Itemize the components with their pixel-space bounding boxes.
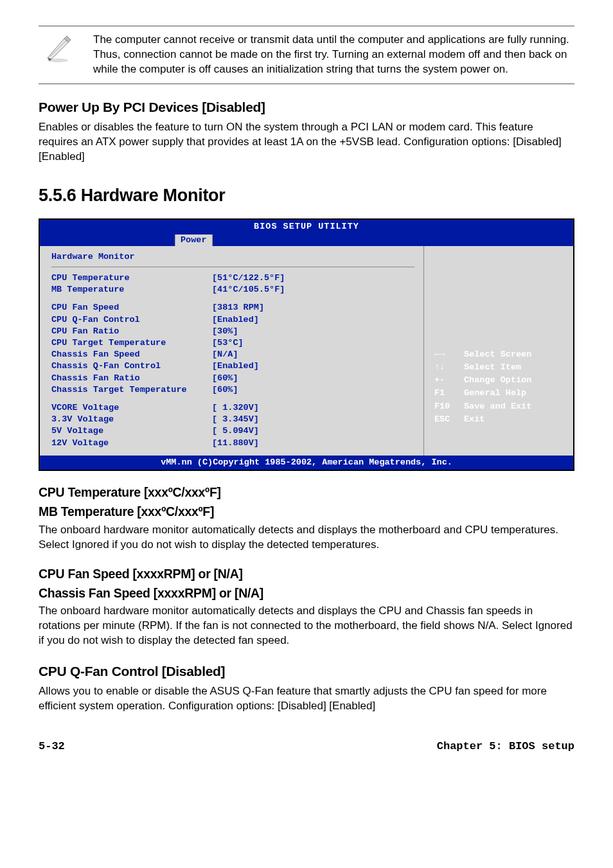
hint-text: Exit bbox=[463, 414, 533, 425]
bios-setting-row[interactable]: CPU Temperature [51°C/122.5°F] bbox=[51, 272, 414, 284]
bios-right-pane: ←→Select Screen ↑↓Select Item +-Change O… bbox=[424, 246, 573, 456]
bios-setting-value: [3813 RPM] bbox=[212, 302, 264, 314]
bios-setting-label: Chassis Q-Fan Control bbox=[51, 360, 212, 372]
bios-setting-label: CPU Target Temperature bbox=[51, 337, 212, 349]
body-powerup: Enables or disables the feature to turn … bbox=[39, 120, 574, 164]
bios-setting-label: VCORE Voltage bbox=[51, 402, 212, 414]
bios-setting-label: CPU Fan Ratio bbox=[51, 326, 212, 337]
bios-setting-value: [ 5.094V] bbox=[212, 425, 259, 437]
bios-setting-label: 12V Voltage bbox=[51, 438, 212, 449]
bios-setting-row[interactable]: Chassis Target Temperature[60%] bbox=[51, 384, 414, 396]
bios-tab-row: Power bbox=[40, 235, 573, 246]
bios-setting-label: MB Temperature bbox=[51, 284, 212, 296]
heading-chassis-fan-speed: Chassis Fan Speed [xxxxRPM] or [N/A] bbox=[39, 585, 574, 601]
heading-cpu-temp: CPU Temperature [xxxºC/xxxºF] bbox=[39, 484, 574, 500]
hint-text: Save and Exit bbox=[463, 401, 533, 412]
note-text: The computer cannot receive or transmit … bbox=[93, 33, 574, 77]
bios-setting-value: [51°C/122.5°F] bbox=[212, 272, 285, 284]
svg-line-4 bbox=[50, 40, 67, 57]
chapter-label: Chapter 5: BIOS setup bbox=[437, 740, 574, 754]
hint-text: Select Screen bbox=[463, 349, 533, 360]
bios-setting-row[interactable]: CPU Q-Fan Control[Enabled] bbox=[51, 314, 414, 326]
bios-tab-power[interactable]: Power bbox=[175, 235, 213, 246]
bios-setting-value: [ 3.345V] bbox=[212, 414, 259, 425]
bios-setting-value: [30%] bbox=[212, 326, 238, 337]
heading-powerup: Power Up By PCI Devices [Disabled] bbox=[39, 98, 574, 116]
bios-key-hints: ←→Select Screen ↑↓Select Item +-Change O… bbox=[432, 348, 534, 427]
bios-setting-label: CPU Temperature bbox=[51, 272, 212, 284]
hint-text: Select Item bbox=[463, 362, 533, 373]
bios-setting-row[interactable]: 3.3V Voltage[ 3.345V] bbox=[51, 414, 414, 425]
page-number: 5-32 bbox=[39, 740, 65, 754]
body-temp: The onboard hardware monitor automatical… bbox=[39, 523, 574, 553]
bios-setting-row[interactable]: 12V Voltage[11.880V] bbox=[51, 438, 414, 449]
hint-key: ↑↓ bbox=[433, 362, 461, 373]
hint-key: ESC bbox=[433, 414, 461, 425]
heading-mb-temp: MB Temperature [xxxºC/xxxºF] bbox=[39, 503, 574, 520]
bios-setting-value: [11.880V] bbox=[212, 438, 259, 449]
bios-setting-label: Chassis Fan Speed bbox=[51, 349, 212, 360]
bios-setting-row[interactable]: CPU Target Temperature[53°C] bbox=[51, 337, 414, 349]
note-block: The computer cannot receive or transmit … bbox=[39, 30, 574, 80]
section-heading-556: 5.5.6 Hardware Monitor bbox=[39, 184, 574, 207]
hint-key: +- bbox=[433, 375, 461, 386]
bios-setting-label: CPU Fan Speed bbox=[51, 302, 212, 314]
bios-setting-label: 5V Voltage bbox=[51, 425, 212, 437]
hint-text: General Help bbox=[463, 387, 533, 399]
bios-setting-row[interactable]: Chassis Q-Fan Control[Enabled] bbox=[51, 360, 414, 372]
bios-setting-value: [ 1.320V] bbox=[212, 402, 259, 414]
bios-setting-value: [41°C/105.5°F] bbox=[212, 284, 285, 296]
bios-setting-row[interactable]: MB Temperature [41°C/105.5°F] bbox=[51, 284, 414, 296]
body-fan: The onboard hardware monitor automatical… bbox=[39, 604, 574, 648]
bios-setting-row[interactable]: CPU Fan Speed[3813 RPM] bbox=[51, 302, 414, 314]
bios-setting-value: [60%] bbox=[212, 384, 238, 396]
bios-setting-row[interactable]: Chassis Fan Speed[N/A] bbox=[51, 349, 414, 360]
bios-setting-label: Chassis Fan Ratio bbox=[51, 373, 212, 384]
bios-setting-label: 3.3V Voltage bbox=[51, 414, 212, 425]
bios-setting-value: [Enabled] bbox=[212, 360, 259, 372]
hint-key: F1 bbox=[433, 387, 461, 399]
note-separator-bottom bbox=[39, 84, 574, 84]
heading-cpu-fan-speed: CPU Fan Speed [xxxxRPM] or [N/A] bbox=[39, 565, 574, 582]
bios-setting-row[interactable]: Chassis Fan Ratio[60%] bbox=[51, 373, 414, 384]
note-separator-top bbox=[39, 26, 574, 26]
hint-text: Change Option bbox=[463, 375, 533, 386]
body-qfan: Allows you to enable or disable the ASUS… bbox=[39, 684, 574, 714]
bios-panel-heading: Hardware Monitor bbox=[51, 251, 414, 267]
bios-setting-value: [60%] bbox=[212, 373, 238, 384]
pencil-icon bbox=[39, 33, 77, 65]
hint-key: F10 bbox=[433, 401, 461, 412]
bios-title: BIOS SETUP UTILITY bbox=[40, 220, 573, 234]
bios-setting-value: [53°C] bbox=[212, 337, 244, 349]
hint-key: ←→ bbox=[433, 349, 461, 360]
bios-setting-value: [N/A] bbox=[212, 349, 238, 360]
bios-setting-label: CPU Q-Fan Control bbox=[51, 314, 212, 326]
bios-panel: BIOS SETUP UTILITY Power Hardware Monito… bbox=[39, 218, 574, 471]
heading-qfan: CPU Q-Fan Control [Disabled] bbox=[39, 662, 574, 680]
bios-setting-value: [Enabled] bbox=[212, 314, 259, 326]
bios-setting-label: Chassis Target Temperature bbox=[51, 384, 212, 396]
bios-left-pane: Hardware Monitor CPU Temperature [51°C/1… bbox=[40, 246, 424, 456]
bios-setting-row[interactable]: CPU Fan Ratio[30%] bbox=[51, 326, 414, 337]
bios-setting-row[interactable]: VCORE Voltage[ 1.320V] bbox=[51, 402, 414, 414]
bios-setting-row[interactable]: 5V Voltage[ 5.094V] bbox=[51, 425, 414, 437]
page-footer: 5-32 Chapter 5: BIOS setup bbox=[39, 740, 574, 754]
bios-footer: vMM.nn (C)Copyright 1985-2002, American … bbox=[40, 456, 573, 470]
